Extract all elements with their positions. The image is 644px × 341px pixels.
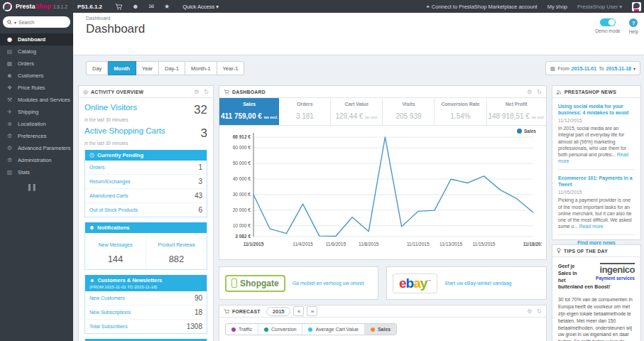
metric-cart-value[interactable]: Cart Value129,44 € tax excl. [331, 98, 383, 125]
clock-icon [89, 153, 94, 158]
dashboard-refresh-icon[interactable]: ↻ [537, 89, 542, 95]
range-day-button[interactable]: Day [86, 61, 108, 75]
help-widget[interactable]: ? Help [629, 18, 638, 34]
activity-refresh-icon[interactable]: ↻ [204, 89, 209, 95]
forecast-title: FORECAST [232, 309, 261, 314]
sidebar-item-dashboard[interactable]: ◉Dashboard [0, 33, 73, 45]
activity-settings-icon[interactable]: ⚙ [194, 89, 199, 95]
sidebar-item-preferences[interactable]: ⚙Preferences [0, 130, 73, 142]
news-article-excerpt: Picking a payment provider is one of the… [558, 197, 635, 229]
forecast-sales-toggle[interactable]: Sales [364, 324, 396, 335]
svg-text:11/8/2015: 11/8/2015 [359, 242, 379, 247]
user-menu[interactable]: PrestaShop User ▾ [577, 4, 622, 10]
sidebar-item-administration[interactable]: ⚙Administration [0, 154, 73, 166]
my-shop-link[interactable]: My shop [547, 4, 567, 10]
read-more-link[interactable]: Read more [579, 224, 604, 229]
page-header: Dashboard Dashboard Demo mode ? Help [73, 13, 644, 55]
svg-text:66 912 €: 66 912 € [233, 134, 251, 139]
svg-text:40 000 €: 40 000 € [233, 176, 251, 181]
range-year-button[interactable]: Year [136, 61, 159, 75]
demo-mode-toggle[interactable] [600, 18, 616, 26]
sidebar-item-localization[interactable]: ⊕Localization [0, 118, 73, 130]
traffic-dot [231, 328, 236, 332]
user-avatar[interactable] [632, 2, 641, 11]
range-year-1-button[interactable]: Year-1 [217, 61, 245, 75]
forecast-traffic-toggle[interactable]: Traffic [226, 324, 258, 335]
forecast-refresh-icon[interactable]: ↻ [537, 308, 542, 315]
svg-text:50 000 €: 50 000 € [233, 161, 251, 166]
news-article-date: 11/05/2015 [558, 190, 635, 195]
metric-conversion-rate[interactable]: Conversion Rate1.54% [435, 98, 486, 125]
new-customers-value: 90 [195, 294, 202, 302]
cart-icon[interactable] [115, 4, 122, 10]
total-subscribers-value: 1308 [187, 323, 202, 330]
range-day-1-button[interactable]: Day-1 [159, 61, 185, 75]
sidebar-item-customers[interactable]: ☻Customers [0, 70, 73, 82]
tips-title: TIPS OF THE DAY [564, 249, 608, 254]
messages-icon[interactable]: ✉ [149, 4, 155, 10]
forecast-next-button[interactable]: » [307, 306, 317, 316]
metric-net-profit[interactable]: Net Profit148 918,51 € tax excl. [487, 98, 547, 125]
dashboard-settings-icon[interactable]: ⚙ [527, 89, 532, 95]
svg-text:11/1/2015: 11/1/2015 [244, 242, 264, 247]
forecast-conversion-toggle[interactable]: Conversion [258, 324, 302, 335]
new-customers-link[interactable]: New Customers [89, 296, 125, 301]
sidebar-item-catalog[interactable]: ▤Catalog [0, 45, 73, 58]
sidebar-item-shipping[interactable]: ✈Shipping [0, 106, 73, 118]
forecast-legend: Traffic Conversion Average Cart Value Sa… [225, 323, 397, 335]
shopgate-link[interactable]: Ga mobiel en verhoog uw omzet [293, 281, 364, 286]
news-article-title[interactable]: Ecommerce 101: Payments in a Tweet [558, 175, 635, 188]
metric-visits[interactable]: Visits205 939 [383, 98, 435, 125]
marketplace-link[interactable]: ⚭ Connect to PrestaShop Marketplace acco… [425, 4, 537, 10]
product-reviews-link[interactable]: Product Reviews [158, 242, 195, 247]
search-scope-caret-icon[interactable]: ▾ [14, 20, 16, 25]
forecast-prev-button[interactable]: « [293, 306, 304, 316]
svg-text:11/6/2015: 11/6/2015 [326, 242, 346, 247]
sidebar-item-orders[interactable]: ▦Orders [0, 58, 73, 70]
ebay-logo: ebay™ [393, 274, 437, 293]
sidebar-collapse-button[interactable]: ▌▌ [0, 184, 73, 190]
brand-name[interactable]: PrestaShop [16, 3, 51, 10]
total-subscribers-link[interactable]: Total Subscribers [89, 324, 128, 329]
demo-mode-widget[interactable]: Demo mode [595, 18, 620, 34]
sidebar-item-price-rules[interactable]: ❖Price Rules [0, 82, 73, 94]
version-label: 1.6.1.2 [53, 4, 67, 9]
ebay-link[interactable]: Start uw eBay-winkel vandaag [444, 281, 511, 286]
sidebar-item-modules[interactable]: ⚒Modules and Services [0, 94, 73, 106]
news-title: PRESTASHOP NEWS [564, 90, 616, 94]
customers-icon[interactable]: ☻ [132, 4, 138, 10]
search-input[interactable] [18, 20, 58, 25]
online-visitors-link[interactable]: Online Visitors [84, 103, 137, 112]
metric-sales[interactable]: Sales411 759,00 € tax excl. [219, 98, 279, 125]
new-messages-link[interactable]: New Messages [99, 242, 133, 247]
sidebar-item-stats[interactable]: ▥Stats [0, 166, 73, 178]
pending-orders-link[interactable]: Orders [89, 165, 104, 170]
sidebar-search[interactable]: ▾ [3, 16, 70, 28]
abandoned-carts-link[interactable]: Abandoned Carts [89, 193, 128, 198]
shop-name[interactable]: PS1.6.1.2 [77, 4, 102, 10]
help-icon[interactable]: ? [629, 18, 638, 27]
forecast-settings-icon[interactable]: ⚙ [527, 308, 532, 315]
date-range-picker[interactable]: ▦ From2015-11-01 To2015-11-18 ▾ [545, 61, 640, 75]
price-tag-icon: ❖ [6, 85, 13, 91]
sales-line-chart[interactable]: 66 912 €60 000 €50 000 €40 000 €30 000 €… [221, 127, 542, 252]
quick-access-menu[interactable]: Quick Access ▾ [182, 4, 219, 10]
active-carts-link[interactable]: Active Shopping Carts [84, 126, 165, 135]
range-month-1-button[interactable]: Month-1 [185, 61, 217, 75]
sidebar-item-advanced-parameters[interactable]: ⚙Advanced Parameters [0, 142, 73, 154]
chevron-down-icon: ▾ [633, 66, 635, 71]
out-of-stock-link[interactable]: Out of Stock Products [89, 207, 138, 212]
rss-icon [557, 90, 562, 94]
news-article-title[interactable]: Using social media for your business: 4 … [558, 103, 635, 116]
date-toolbar: Day Month Year Day-1 Month-1 Year-1 ▦ Fr… [78, 61, 640, 75]
new-subscriptions-link[interactable]: New Subscriptions [89, 310, 131, 315]
trophy-icon[interactable]: ★ [164, 4, 170, 10]
breadcrumb[interactable]: Dashboard [86, 16, 110, 21]
prestashop-logo[interactable] [3, 2, 12, 11]
metrics-row: Sales411 759,00 € tax excl. Orders3 181 … [219, 98, 546, 126]
range-month-button[interactable]: Month [108, 61, 136, 75]
forecast-avg-cart-toggle[interactable]: Average Cart Value [302, 324, 364, 335]
metric-orders[interactable]: Orders3 181 [279, 98, 331, 125]
pending-returns-link[interactable]: Return/Exchanges [89, 179, 131, 184]
forecast-year-picker[interactable]: 2015 [266, 307, 291, 316]
